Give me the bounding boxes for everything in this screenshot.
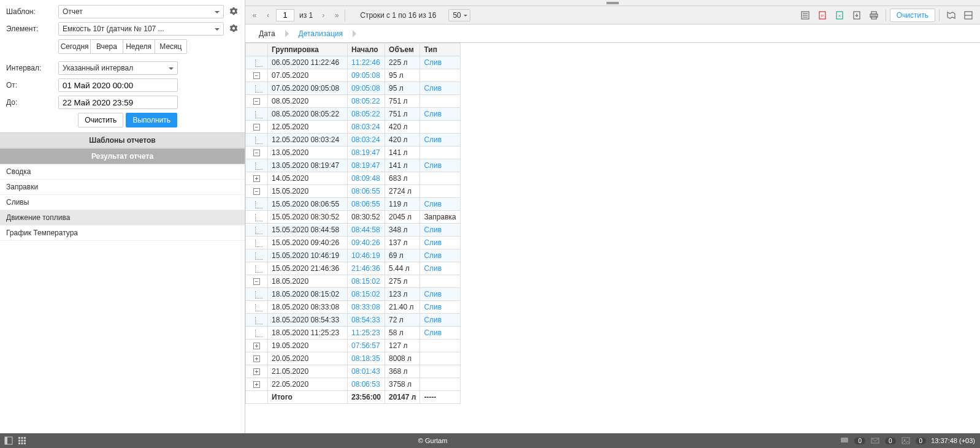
collapse-icon[interactable]: − <box>253 98 260 105</box>
collapse-icon[interactable]: − <box>253 150 260 156</box>
cell-start[interactable]: 08:19:47 <box>348 146 385 159</box>
cell-type[interactable]: Слив <box>420 249 460 262</box>
from-input[interactable] <box>58 78 178 92</box>
interval-select[interactable]: Указанный интервал <box>58 61 178 75</box>
col-type-header[interactable]: Тип <box>420 44 460 56</box>
table-row[interactable]: 12.05.2020 08:03:2408:03:24420 лСлив <box>246 134 461 146</box>
cell-start[interactable]: 11:25:23 <box>348 327 385 340</box>
expand-icon[interactable]: + <box>253 355 260 362</box>
cell-start[interactable]: 08:05:22 <box>348 95 385 108</box>
result-item[interactable]: График Температура <box>0 226 245 241</box>
table-row[interactable]: −12.05.202008:03:24420 л <box>246 121 461 134</box>
cell-type[interactable]: Слив <box>420 327 460 340</box>
cell-start[interactable]: 08:15:02 <box>348 275 385 288</box>
table-row[interactable]: 18.05.2020 08:15:0208:15:02123 лСлив <box>246 288 461 301</box>
table-row[interactable]: −08.05.202008:05:22751 л <box>246 95 461 108</box>
table-row[interactable]: +22.05.202008:06:533758 л <box>246 378 461 391</box>
expand-icon[interactable]: + <box>253 368 260 375</box>
grid-icon[interactable] <box>17 436 27 446</box>
image-icon[interactable] <box>901 436 911 446</box>
cell-type[interactable]: Слив <box>420 159 460 172</box>
cell-type[interactable]: Слив <box>420 198 460 211</box>
table-row[interactable]: 15.05.2020 09:40:2609:40:26137 лСлив <box>246 237 461 249</box>
cell-start[interactable]: 08:18:35 <box>348 352 385 365</box>
cell-start[interactable]: 08:03:24 <box>348 134 385 146</box>
templates-header[interactable]: Шаблоны отчетов <box>0 132 245 148</box>
cell-start[interactable]: 08:06:53 <box>348 378 385 391</box>
table-row[interactable]: 18.05.2020 11:25:2311:25:2358 лСлив <box>246 327 461 340</box>
table-row[interactable]: +14.05.202008:09:48683 л <box>246 172 461 185</box>
cell-start[interactable]: 08:06:55 <box>348 185 385 198</box>
table-row[interactable]: 15.05.2020 08:06:5508:06:55119 лСлив <box>246 198 461 211</box>
table-row[interactable]: 18.05.2020 08:33:0808:33:0821.40 лСлив <box>246 301 461 314</box>
cell-type[interactable]: Слив <box>420 237 460 249</box>
col-volume-header[interactable]: Объем <box>385 44 420 56</box>
cell-start[interactable]: 08:06:55 <box>348 198 385 211</box>
element-select[interactable]: Емкость 10т (датчик № 107 ... <box>58 22 224 36</box>
table-row[interactable]: −13.05.202008:19:47141 л <box>246 146 461 159</box>
chat-badge[interactable]: 0 <box>854 438 865 444</box>
table-row[interactable]: −18.05.202008:15:02275 л <box>246 275 461 288</box>
chat-icon[interactable] <box>840 436 849 446</box>
table-row[interactable]: 15.05.2020 10:46:1910:46:1969 лСлив <box>246 249 461 262</box>
table-row[interactable]: 15.05.2020 08:30:5208:30:522045 лЗаправк… <box>246 211 461 224</box>
page-next-icon[interactable]: › <box>318 10 329 21</box>
cell-type[interactable]: Слив <box>420 301 460 314</box>
cell-start[interactable]: 08:01:43 <box>348 365 385 378</box>
table-row[interactable]: −15.05.202008:06:552724 л <box>246 185 461 198</box>
cell-start[interactable]: 09:05:08 <box>348 82 385 95</box>
quick-month[interactable]: Месяц <box>155 40 186 53</box>
collapse-icon[interactable]: − <box>253 72 260 79</box>
cell-start[interactable]: 09:05:08 <box>348 69 385 82</box>
cell-start[interactable]: 08:44:58 <box>348 224 385 237</box>
table-scroll[interactable]: Группировка Начало Объем Тип 06.05.2020 … <box>245 43 980 433</box>
cell-start[interactable]: 07:56:57 <box>348 340 385 352</box>
cell-type[interactable]: Слив <box>420 288 460 301</box>
print-icon[interactable] <box>866 9 882 22</box>
col-group-header[interactable]: Группировка <box>268 44 348 56</box>
table-row[interactable]: −07.05.202009:05:0895 л <box>246 69 461 82</box>
cell-start[interactable]: 08:09:48 <box>348 172 385 185</box>
cell-start[interactable]: 08:33:08 <box>348 301 385 314</box>
collapse-icon[interactable]: − <box>253 278 260 285</box>
expand-icon[interactable]: + <box>253 343 260 349</box>
cell-type[interactable]: Слив <box>420 108 460 121</box>
cell-start[interactable]: 21:46:36 <box>348 262 385 275</box>
mail-icon[interactable] <box>870 436 880 446</box>
quick-today[interactable]: Сегодня <box>59 40 91 53</box>
page-last-icon[interactable]: » <box>331 10 342 21</box>
page-first-icon[interactable]: « <box>249 10 260 21</box>
template-select[interactable]: Отчет <box>58 5 224 18</box>
table-row[interactable]: +21.05.202008:01:43368 л <box>246 365 461 378</box>
export-excel-icon[interactable]: X <box>832 9 848 22</box>
execute-button[interactable]: Выполнить <box>126 113 177 127</box>
tab-detail[interactable]: Детализация <box>290 25 351 42</box>
result-item[interactable]: Сводка <box>0 164 245 180</box>
panel-icon[interactable] <box>4 436 13 446</box>
cell-type[interactable]: Слив <box>420 82 460 95</box>
collapse-icon[interactable]: − <box>253 124 260 131</box>
table-row[interactable]: +20.05.202008:18:358008 л <box>246 352 461 365</box>
export-file-icon[interactable] <box>849 9 865 22</box>
cell-type[interactable]: Слив <box>420 262 460 275</box>
layout-icon[interactable] <box>960 9 976 22</box>
cell-type[interactable]: Слив <box>420 224 460 237</box>
to-input[interactable] <box>58 96 178 109</box>
wrench-icon[interactable] <box>229 7 239 17</box>
table-row[interactable]: 15.05.2020 21:46:3621:46:365.44 лСлив <box>246 262 461 275</box>
cell-start[interactable]: 09:40:26 <box>348 237 385 249</box>
export-pdf-icon[interactable]: P <box>814 9 830 22</box>
table-row[interactable]: 18.05.2020 08:54:3308:54:3372 лСлив <box>246 314 461 327</box>
cell-type[interactable]: Слив <box>420 314 460 327</box>
table-row[interactable]: 07.05.2020 09:05:0809:05:0895 лСлив <box>246 82 461 95</box>
table-row[interactable]: 15.05.2020 08:44:5808:44:58348 лСлив <box>246 224 461 237</box>
result-item[interactable]: Заправки <box>0 180 245 195</box>
cell-start[interactable]: 10:46:19 <box>348 249 385 262</box>
page-prev-icon[interactable]: ‹ <box>262 10 274 21</box>
table-row[interactable]: 08.05.2020 08:05:2208:05:22751 лСлив <box>246 108 461 121</box>
export-html-icon[interactable] <box>797 9 813 22</box>
quick-yesterday[interactable]: Вчера <box>91 40 123 53</box>
result-item[interactable]: Движение топлива <box>0 210 245 226</box>
result-item[interactable]: Сливы <box>0 195 245 210</box>
table-row[interactable]: 13.05.2020 08:19:4708:19:47141 лСлив <box>246 159 461 172</box>
